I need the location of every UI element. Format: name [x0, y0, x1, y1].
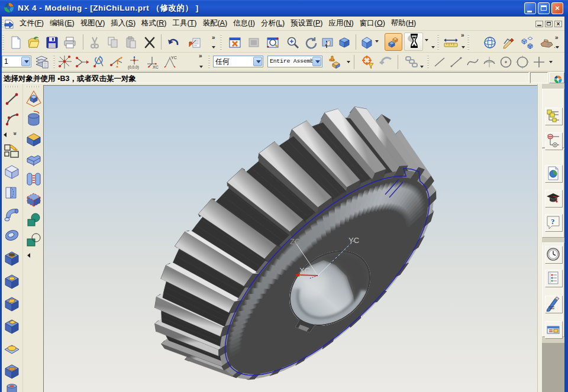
- svg-text:?: ?: [551, 217, 555, 226]
- svg-text:YC: YC: [348, 236, 359, 245]
- svg-text:XC: XC: [153, 65, 159, 69]
- svg-text:ZC: ZC: [290, 237, 300, 246]
- svg-text:XC: XC: [299, 266, 310, 275]
- svg-text:(0,0,0): (0,0,0): [128, 65, 139, 70]
- svg-text:YC: YC: [171, 56, 177, 60]
